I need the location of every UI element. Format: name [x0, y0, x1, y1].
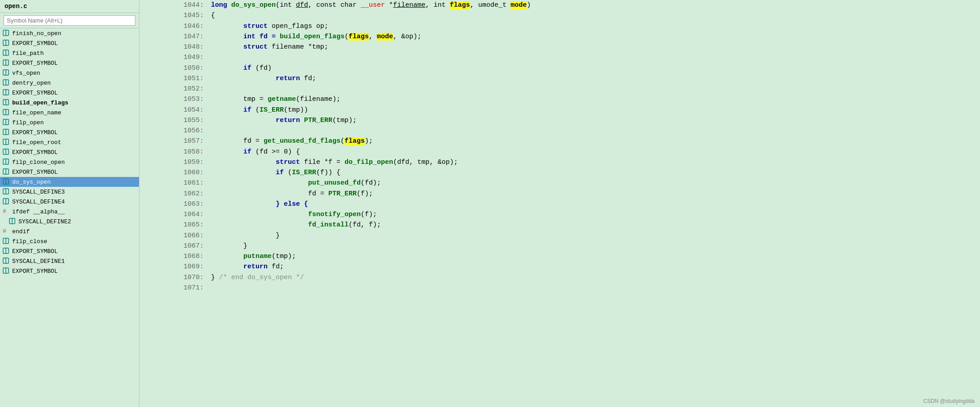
line-number: 1064: — [139, 209, 209, 220]
sidebar-item-SYSCALL_DEFINE1[interactable]: SYSCALL_DEFINE1 — [0, 256, 139, 266]
sidebar-item-do_sys_open[interactable]: do_sys_open — [0, 177, 139, 187]
sidebar-item-dentry_open[interactable]: dentry_open — [0, 78, 139, 88]
code-token: put_unused_fd — [308, 179, 361, 187]
sidebar-item-SYSCALL_DEFINE4[interactable]: SYSCALL_DEFINE4 — [0, 197, 139, 207]
table-row: 1055: return PTR_ERR(tmp); — [139, 115, 980, 126]
line-number: 1067: — [139, 241, 209, 251]
code-token: tmp = — [211, 95, 268, 103]
line-code: return fd; — [209, 262, 980, 272]
box-icon — [3, 30, 10, 37]
code-token: } — [211, 232, 280, 240]
sidebar-item-label: file_path — [12, 50, 44, 57]
line-number: 1061: — [139, 178, 209, 188]
table-row: 1063: } else { — [139, 199, 980, 209]
code-token: (filename); — [296, 95, 340, 103]
sidebar-item-label: EXPORT_SYMBOL — [12, 268, 58, 275]
sidebar-item-EXPORT_SYMBOL_3[interactable]: EXPORT_SYMBOL — [0, 88, 139, 98]
sidebar-item-label: EXPORT_SYMBOL — [12, 90, 58, 96]
box-icon — [3, 248, 10, 255]
line-code — [209, 283, 980, 293]
line-number: 1053: — [139, 94, 209, 104]
sidebar-item-vfs_open[interactable]: vfs_open — [0, 68, 139, 78]
line-number: 1052: — [139, 84, 209, 94]
sidebar-item-label: EXPORT_SYMBOL — [12, 169, 58, 176]
sidebar-item-file_path[interactable]: file_path — [0, 48, 139, 58]
sidebar-item-label: dentry_open — [12, 80, 51, 86]
sidebar-item-SYSCALL_DEFINE3[interactable]: SYSCALL_DEFINE3 — [0, 187, 139, 197]
code-token: __user — [361, 1, 385, 9]
sidebar-item-endif[interactable]: #endif — [0, 226, 139, 236]
code-token: (fd) — [255, 64, 272, 72]
sidebar-item-EXPORT_SYMBOL_2[interactable]: EXPORT_SYMBOL — [0, 58, 139, 68]
sidebar-item-filp_open[interactable]: filp_open — [0, 118, 139, 127]
sidebar-item-EXPORT_SYMBOL_4[interactable]: EXPORT_SYMBOL — [0, 127, 139, 137]
sidebar-item-label: SYSCALL_DEFINE1 — [12, 258, 65, 265]
sidebar-item-label: EXPORT_SYMBOL — [12, 40, 58, 47]
code-token: get_unused_fd_flags — [264, 137, 340, 145]
sidebar-item-EXPORT_SYMBOL_1[interactable]: EXPORT_SYMBOL — [0, 38, 139, 48]
code-token: (f)) { — [316, 169, 340, 176]
code-token: open_flags op; — [272, 23, 328, 30]
code-area: 1044:long do_sys_open(int dfd, const cha… — [139, 0, 980, 407]
code-token: fd = — [211, 137, 264, 145]
sidebar-item-EXPORT_SYMBOL_5[interactable]: EXPORT_SYMBOL — [0, 147, 139, 157]
line-number: 1066: — [139, 231, 209, 241]
sidebar-search-container — [0, 13, 139, 28]
sidebar-item-file_open_name[interactable]: file_open_name — [0, 108, 139, 118]
sidebar-item-SYSCALL_DEFINE2[interactable]: SYSCALL_DEFINE2 — [0, 217, 139, 226]
code-token: (tmp); — [332, 117, 357, 124]
code-token — [211, 221, 308, 229]
code-token: (dfd, tmp, &op); — [393, 158, 458, 166]
sidebar-item-EXPORT_SYMBOL_7[interactable]: EXPORT_SYMBOL — [0, 246, 139, 256]
box-icon — [3, 158, 10, 166]
table-row: 1060: if (IS_ERR(f)) { — [139, 167, 980, 178]
code-token: PTR_ERR — [328, 190, 357, 198]
code-token: do_filp_open — [345, 158, 393, 166]
sidebar-item-label: vfs_open — [12, 70, 40, 77]
line-number: 1070: — [139, 272, 209, 283]
code-token: if — [211, 148, 255, 156]
code-token: IS_ERR — [292, 169, 316, 176]
sidebar-item-file_open_root[interactable]: file_open_root — [0, 137, 139, 147]
line-code: } — [209, 241, 980, 251]
line-code: struct filename *tmp; — [209, 42, 980, 52]
table-row: 1071: — [139, 283, 980, 293]
table-row: 1047: int fd = build_open_flags(flags, m… — [139, 32, 980, 42]
line-code: if (IS_ERR(f)) { — [209, 167, 980, 178]
line-number: 1051: — [139, 73, 209, 84]
sidebar-item-filp_close[interactable]: filp_close — [0, 236, 139, 246]
line-code: struct open_flags op; — [209, 21, 980, 32]
box-icon — [3, 99, 10, 106]
line-number: 1069: — [139, 262, 209, 272]
box-icon — [3, 50, 10, 57]
sidebar-item-EXPORT_SYMBOL_8[interactable]: EXPORT_SYMBOL — [0, 266, 139, 276]
sidebar-item-EXPORT_SYMBOL_6[interactable]: EXPORT_SYMBOL — [0, 167, 139, 177]
sidebar-item-build_open_flags[interactable]: build_open_flags — [0, 98, 139, 108]
code-token: , — [369, 33, 377, 41]
table-row: 1058: if (fd >= 0) { — [139, 147, 980, 157]
line-code: fd_install(fd, f); — [209, 220, 980, 230]
code-token: filename *tmp; — [272, 43, 328, 51]
sidebar-item-label: EXPORT_SYMBOL — [12, 248, 58, 255]
box-icon — [3, 129, 10, 136]
code-token: IS_ERR — [260, 106, 284, 114]
code-token: } else { — [211, 200, 308, 208]
code-token: mode — [377, 33, 393, 41]
box-icon — [3, 149, 10, 156]
sidebar-item-finish_no_open[interactable]: finish_no_open — [0, 28, 139, 38]
code-token: , umode_t — [470, 1, 510, 9]
box-icon — [3, 40, 10, 47]
code-token: (tmp); — [272, 253, 296, 260]
code-token: { — [211, 12, 215, 19]
sidebar-item-ifdef__alpha__[interactable]: #ifdef __alpha__ — [0, 207, 139, 217]
code-token: (fd, f); — [349, 221, 381, 229]
symbol-search-input[interactable] — [4, 15, 135, 26]
hash-icon: # — [3, 208, 10, 215]
line-code: } — [209, 231, 980, 241]
sidebar-item-label: EXPORT_SYMBOL — [12, 149, 58, 156]
line-code — [209, 52, 980, 63]
sidebar-item-filp_clone_open[interactable]: filp_clone_open — [0, 157, 139, 167]
sidebar-item-label: file_open_root — [12, 139, 61, 146]
code-token: mode — [510, 1, 527, 9]
line-code: fsnotify_open(f); — [209, 209, 980, 220]
